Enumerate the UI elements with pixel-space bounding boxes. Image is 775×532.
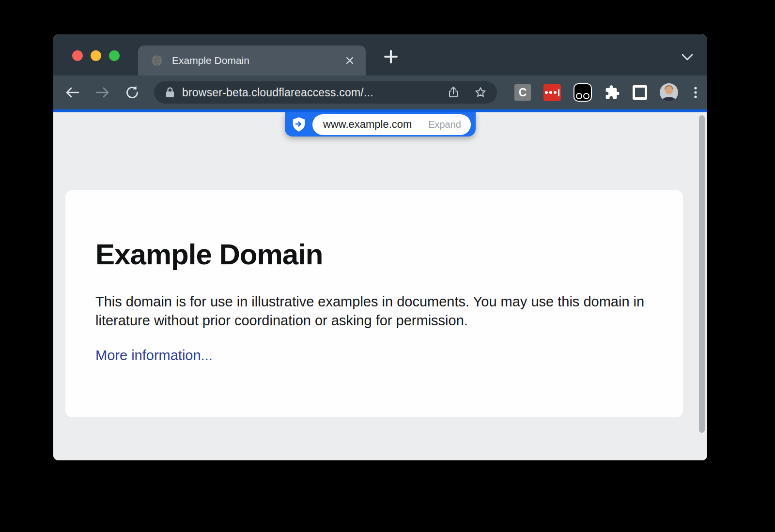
close-window-button[interactable] bbox=[72, 50, 83, 61]
tab-search-chevron-icon[interactable] bbox=[680, 52, 695, 62]
tab-close-icon[interactable] bbox=[343, 54, 356, 67]
extensions-puzzle-icon[interactable] bbox=[604, 85, 620, 100]
url-text[interactable]: browser-beta.cloudflareaccess.com/... bbox=[182, 86, 447, 99]
lastpass-extension-icon[interactable] bbox=[543, 84, 561, 101]
bookmark-star-icon[interactable] bbox=[474, 86, 487, 99]
share-icon[interactable] bbox=[447, 86, 460, 99]
isolation-host-pill[interactable]: www.example.com Expand bbox=[312, 114, 471, 135]
extensions-row: C bbox=[514, 76, 700, 109]
browser-window: Example Domain bbox=[53, 34, 707, 460]
back-button[interactable] bbox=[64, 84, 81, 101]
camera-lens-extension-icon[interactable] bbox=[574, 83, 592, 102]
page-viewport: www.example.com Expand Example Domain Th… bbox=[53, 112, 707, 460]
page-heading: Example Domain bbox=[95, 238, 683, 271]
zoom-window-button[interactable] bbox=[109, 50, 120, 61]
new-tab-button[interactable] bbox=[382, 47, 400, 66]
content-card: Example Domain This domain is for use in… bbox=[65, 190, 683, 417]
isolation-pill[interactable]: www.example.com Expand bbox=[285, 112, 476, 137]
window-controls bbox=[72, 50, 120, 61]
browser-toolbar: browser-beta.cloudflareaccess.com/... C bbox=[53, 76, 707, 109]
tab-strip: Example Domain bbox=[53, 34, 707, 76]
lock-icon bbox=[165, 87, 175, 98]
globe-favicon-icon bbox=[151, 54, 163, 67]
shield-arrow-icon bbox=[292, 117, 306, 132]
profile-avatar[interactable] bbox=[660, 83, 678, 102]
menu-kebab-icon[interactable] bbox=[691, 85, 700, 100]
isolation-host: www.example.com bbox=[323, 118, 412, 131]
tab-title: Example Domain bbox=[172, 55, 343, 66]
tab-example-domain[interactable]: Example Domain bbox=[138, 46, 366, 76]
expand-button[interactable]: Expand bbox=[428, 119, 461, 130]
side-panel-icon[interactable] bbox=[633, 85, 647, 100]
more-information-link[interactable]: More information... bbox=[95, 348, 213, 364]
page-paragraph: This domain is for use in illustrative e… bbox=[95, 292, 652, 330]
address-bar[interactable]: browser-beta.cloudflareaccess.com/... bbox=[154, 81, 497, 104]
extension-c-icon[interactable]: C bbox=[514, 84, 531, 101]
reload-button[interactable] bbox=[124, 84, 141, 101]
forward-button[interactable] bbox=[93, 84, 111, 101]
minimize-window-button[interactable] bbox=[91, 50, 101, 61]
scrollbar-thumb[interactable] bbox=[699, 115, 705, 433]
